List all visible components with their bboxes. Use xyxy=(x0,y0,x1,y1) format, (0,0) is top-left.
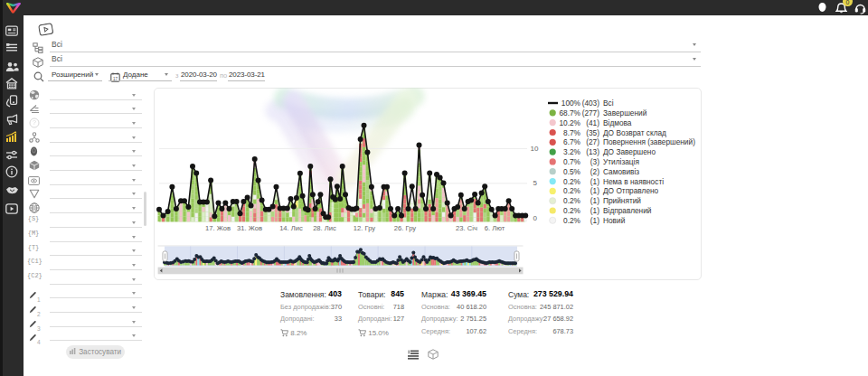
svg-text:6. Лют: 6. Лют xyxy=(485,224,505,232)
svg-text:17. Жов: 17. Жов xyxy=(205,224,231,232)
svg-text:(277): (277) xyxy=(582,108,600,118)
svg-text:Самовивіз: Самовивіз xyxy=(603,167,639,176)
svg-text:31. Жов: 31. Жов xyxy=(237,224,262,232)
svg-text:(1): (1) xyxy=(590,206,599,215)
svg-text:Відправлений: Відправлений xyxy=(603,206,652,215)
svg-text:0.2%: 0.2% xyxy=(563,216,581,225)
svg-text:0.7%: 0.7% xyxy=(563,157,581,166)
svg-text:100%: 100% xyxy=(561,99,581,108)
svg-text:Всі: Всі xyxy=(603,99,614,108)
svg-text:(403): (403) xyxy=(582,99,600,108)
svg-text:ДО Отправлено: ДО Отправлено xyxy=(603,186,659,195)
svg-text:6.7%: 6.7% xyxy=(563,137,581,146)
svg-text:0.2%: 0.2% xyxy=(563,206,581,215)
svg-text:Нема в наявності: Нема в наявності xyxy=(603,177,664,186)
svg-text:(1): (1) xyxy=(590,186,599,195)
svg-text:Повернення (завершений): Повернення (завершений) xyxy=(603,137,695,146)
svg-text:0: 0 xyxy=(533,214,538,222)
svg-text:?: ? xyxy=(33,119,36,126)
svg-text:(35): (35) xyxy=(586,128,599,137)
svg-text:10: 10 xyxy=(531,145,539,153)
svg-text:Утилізація: Утилізація xyxy=(603,157,639,166)
svg-text:(41): (41) xyxy=(586,118,599,127)
svg-text:0.2%: 0.2% xyxy=(563,186,581,195)
svg-text:ДО Завершено: ДО Завершено xyxy=(603,147,656,156)
svg-text:68.7%: 68.7% xyxy=(559,108,580,118)
svg-text:12. Гру: 12. Гру xyxy=(354,224,375,232)
svg-text:(1): (1) xyxy=(590,216,599,225)
svg-text:0.2%: 0.2% xyxy=(563,196,581,205)
svg-text:(3): (3) xyxy=(590,157,599,166)
svg-text:0.5%: 0.5% xyxy=(563,167,581,176)
svg-text:Відмова: Відмова xyxy=(603,118,632,127)
svg-text:Завершений: Завершений xyxy=(603,108,647,118)
svg-text:0.2%: 0.2% xyxy=(563,177,581,186)
svg-text:ДО Возврат склад: ДО Возврат склад xyxy=(603,128,666,137)
svg-text:(27): (27) xyxy=(586,137,599,146)
svg-text:10.2%: 10.2% xyxy=(559,118,580,127)
svg-text:26. Гру: 26. Гру xyxy=(394,224,416,232)
svg-text:(13): (13) xyxy=(586,147,599,156)
svg-text:Новий: Новий xyxy=(603,216,626,225)
svg-text:(2): (2) xyxy=(590,167,599,176)
svg-text:(1): (1) xyxy=(590,196,599,205)
svg-text:3.2%: 3.2% xyxy=(563,147,581,156)
svg-text:(1): (1) xyxy=(590,177,599,186)
svg-text:5: 5 xyxy=(533,179,538,187)
svg-text:Прийнятий: Прийнятий xyxy=(603,196,641,205)
svg-text:14. Лис: 14. Лис xyxy=(279,224,303,232)
svg-text:23. Січ: 23. Січ xyxy=(456,224,477,232)
svg-text:28. Лис: 28. Лис xyxy=(313,224,336,232)
svg-text:8.7%: 8.7% xyxy=(563,128,581,137)
